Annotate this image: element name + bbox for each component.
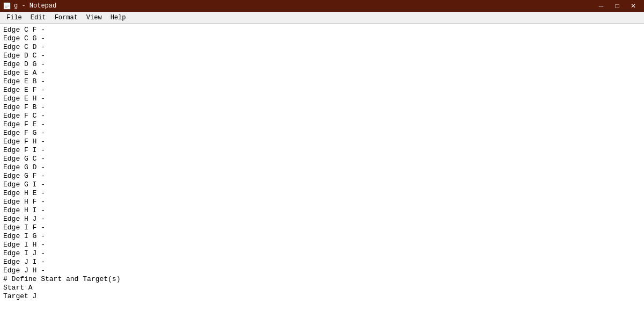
svg-rect-4	[5, 7, 8, 8]
window-title: g - Notepad	[14, 2, 56, 10]
menu-item-file[interactable]: File	[2, 13, 26, 23]
minimize-button[interactable]: ─	[594, 1, 609, 11]
editor-container: Edge C F - Edge C G - Edge C D - Edge D …	[0, 24, 644, 332]
menu-bar: FileEditFormatViewHelp	[0, 12, 644, 24]
svg-rect-1	[5, 4, 9, 4]
title-bar: g - Notepad ─ □ ✕	[0, 0, 644, 12]
notepad-icon	[3, 2, 11, 10]
menu-item-edit[interactable]: Edit	[26, 13, 50, 23]
maximize-button[interactable]: □	[610, 1, 625, 11]
menu-item-view[interactable]: View	[82, 13, 106, 23]
window-controls: ─ □ ✕	[594, 1, 641, 11]
menu-item-format[interactable]: Format	[50, 13, 82, 23]
menu-item-help[interactable]: Help	[106, 13, 130, 23]
svg-rect-3	[5, 6, 9, 6]
close-button[interactable]: ✕	[626, 1, 641, 11]
text-editor[interactable]: Edge C F - Edge C G - Edge C D - Edge D …	[0, 24, 644, 332]
title-bar-left: g - Notepad	[3, 2, 56, 10]
svg-rect-2	[5, 5, 9, 5]
